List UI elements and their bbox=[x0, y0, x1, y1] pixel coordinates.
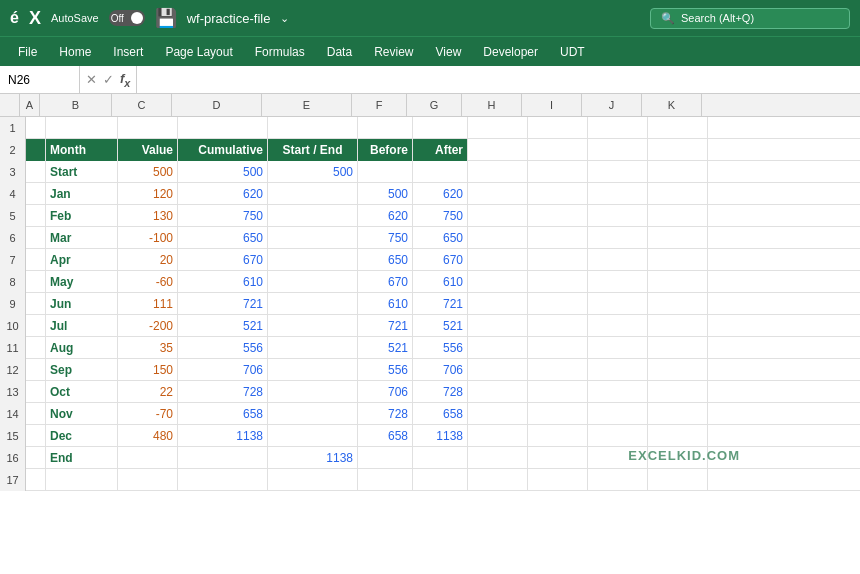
cell-k17[interactable] bbox=[648, 469, 708, 491]
cell-d6[interactable]: 650 bbox=[178, 227, 268, 249]
cell-a16[interactable] bbox=[26, 447, 46, 469]
cell-h14[interactable] bbox=[468, 403, 528, 425]
cell-g11[interactable]: 556 bbox=[413, 337, 468, 359]
col-header-d[interactable]: D bbox=[172, 94, 262, 116]
cell-i7[interactable] bbox=[528, 249, 588, 271]
cell-g9[interactable]: 721 bbox=[413, 293, 468, 315]
cell-c6[interactable]: -100 bbox=[118, 227, 178, 249]
cell-i14[interactable] bbox=[528, 403, 588, 425]
cell-h3[interactable] bbox=[468, 161, 528, 183]
cell-k9[interactable] bbox=[648, 293, 708, 315]
cell-b14[interactable]: Nov bbox=[46, 403, 118, 425]
cell-f14[interactable]: 728 bbox=[358, 403, 413, 425]
cell-j13[interactable] bbox=[588, 381, 648, 403]
cell-k15[interactable] bbox=[648, 425, 708, 447]
cell-c5[interactable]: 130 bbox=[118, 205, 178, 227]
cell-f6[interactable]: 750 bbox=[358, 227, 413, 249]
cell-d8[interactable]: 610 bbox=[178, 271, 268, 293]
cell-h5[interactable] bbox=[468, 205, 528, 227]
autosave-toggle[interactable]: Off bbox=[109, 10, 145, 26]
cell-j12[interactable] bbox=[588, 359, 648, 381]
cell-a17[interactable] bbox=[26, 469, 46, 491]
cell-a1[interactable] bbox=[26, 117, 46, 139]
cell-a8[interactable] bbox=[26, 271, 46, 293]
menu-page-layout[interactable]: Page Layout bbox=[155, 41, 242, 63]
cell-c17[interactable] bbox=[118, 469, 178, 491]
cell-h7[interactable] bbox=[468, 249, 528, 271]
cell-a5[interactable] bbox=[26, 205, 46, 227]
col-header-h[interactable]: H bbox=[462, 94, 522, 116]
cell-g3[interactable] bbox=[413, 161, 468, 183]
col-header-k[interactable]: K bbox=[642, 94, 702, 116]
menu-file[interactable]: File bbox=[8, 41, 47, 63]
cell-d2[interactable]: Cumulative bbox=[178, 139, 268, 161]
col-header-a[interactable]: A bbox=[20, 94, 40, 116]
col-header-i[interactable]: I bbox=[522, 94, 582, 116]
cell-d11[interactable]: 556 bbox=[178, 337, 268, 359]
cell-f9[interactable]: 610 bbox=[358, 293, 413, 315]
cell-j7[interactable] bbox=[588, 249, 648, 271]
cell-b16[interactable]: End bbox=[46, 447, 118, 469]
cell-e16[interactable]: 1138 bbox=[268, 447, 358, 469]
cell-a11[interactable] bbox=[26, 337, 46, 359]
cell-j9[interactable] bbox=[588, 293, 648, 315]
cell-e13[interactable] bbox=[268, 381, 358, 403]
cell-e9[interactable] bbox=[268, 293, 358, 315]
cell-i8[interactable] bbox=[528, 271, 588, 293]
menu-home[interactable]: Home bbox=[49, 41, 101, 63]
cell-k12[interactable] bbox=[648, 359, 708, 381]
cell-h15[interactable] bbox=[468, 425, 528, 447]
cell-f12[interactable]: 556 bbox=[358, 359, 413, 381]
cell-g16[interactable] bbox=[413, 447, 468, 469]
cell-d13[interactable]: 728 bbox=[178, 381, 268, 403]
cell-g12[interactable]: 706 bbox=[413, 359, 468, 381]
cell-j3[interactable] bbox=[588, 161, 648, 183]
cell-i9[interactable] bbox=[528, 293, 588, 315]
cell-c3[interactable]: 500 bbox=[118, 161, 178, 183]
cell-a10[interactable] bbox=[26, 315, 46, 337]
cell-a12[interactable] bbox=[26, 359, 46, 381]
cell-i13[interactable] bbox=[528, 381, 588, 403]
menu-view[interactable]: View bbox=[426, 41, 472, 63]
cell-d12[interactable]: 706 bbox=[178, 359, 268, 381]
cell-g6[interactable]: 650 bbox=[413, 227, 468, 249]
menu-udt[interactable]: UDT bbox=[550, 41, 595, 63]
cell-e4[interactable] bbox=[268, 183, 358, 205]
cell-j8[interactable] bbox=[588, 271, 648, 293]
cell-f4[interactable]: 500 bbox=[358, 183, 413, 205]
cell-b7[interactable]: Apr bbox=[46, 249, 118, 271]
cell-b2[interactable]: Month bbox=[46, 139, 118, 161]
cell-e10[interactable] bbox=[268, 315, 358, 337]
cell-f2[interactable]: Before bbox=[358, 139, 413, 161]
cell-f16[interactable] bbox=[358, 447, 413, 469]
cell-e12[interactable] bbox=[268, 359, 358, 381]
cell-d5[interactable]: 750 bbox=[178, 205, 268, 227]
cell-i17[interactable] bbox=[528, 469, 588, 491]
cell-i6[interactable] bbox=[528, 227, 588, 249]
cell-c1[interactable] bbox=[118, 117, 178, 139]
cell-i5[interactable] bbox=[528, 205, 588, 227]
cell-k4[interactable] bbox=[648, 183, 708, 205]
cell-j1[interactable] bbox=[588, 117, 648, 139]
cell-g10[interactable]: 521 bbox=[413, 315, 468, 337]
cell-k7[interactable] bbox=[648, 249, 708, 271]
cell-h10[interactable] bbox=[468, 315, 528, 337]
cell-g4[interactable]: 620 bbox=[413, 183, 468, 205]
cell-c10[interactable]: -200 bbox=[118, 315, 178, 337]
cell-f1[interactable] bbox=[358, 117, 413, 139]
cell-c12[interactable]: 150 bbox=[118, 359, 178, 381]
cell-b15[interactable]: Dec bbox=[46, 425, 118, 447]
cell-c13[interactable]: 22 bbox=[118, 381, 178, 403]
cell-a9[interactable] bbox=[26, 293, 46, 315]
col-header-j[interactable]: J bbox=[582, 94, 642, 116]
cell-c4[interactable]: 120 bbox=[118, 183, 178, 205]
cell-g2[interactable]: After bbox=[413, 139, 468, 161]
cancel-icon[interactable]: ✕ bbox=[86, 72, 97, 87]
cell-i3[interactable] bbox=[528, 161, 588, 183]
cell-e14[interactable] bbox=[268, 403, 358, 425]
cell-f3[interactable] bbox=[358, 161, 413, 183]
cell-d17[interactable] bbox=[178, 469, 268, 491]
cell-g5[interactable]: 750 bbox=[413, 205, 468, 227]
cell-b10[interactable]: Jul bbox=[46, 315, 118, 337]
cell-k11[interactable] bbox=[648, 337, 708, 359]
